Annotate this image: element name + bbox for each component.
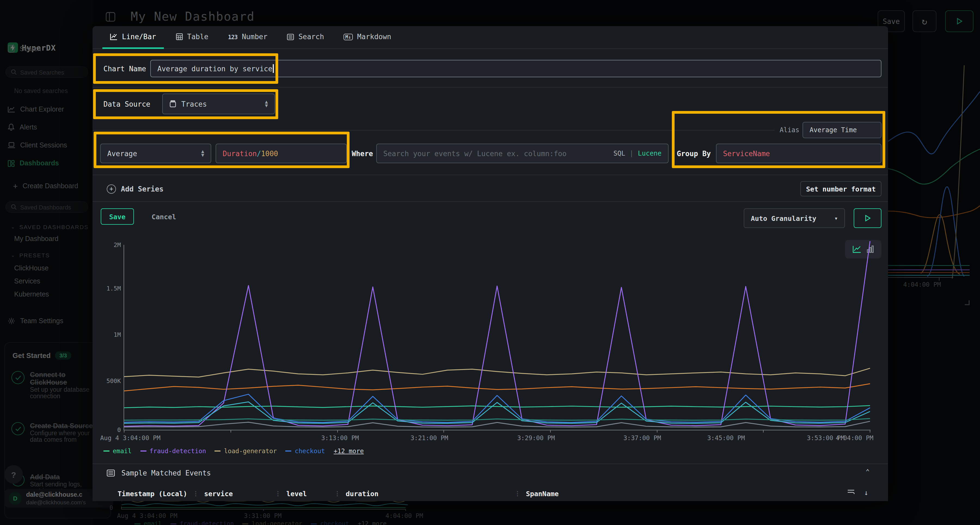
set-number-format-button[interactable]: Set number format	[800, 181, 881, 197]
aggregation-select[interactable]: Average ▲▼	[100, 144, 211, 163]
edit-chart-modal: Line/Bar Table 123 Number Search M↓ Mark…	[92, 26, 888, 501]
series-load-generator	[124, 368, 870, 377]
column-header-timestamp[interactable]: Timestamp (Local)	[118, 490, 187, 498]
data-source-select[interactable]: Traces ▲▼	[162, 94, 275, 114]
tab-number[interactable]: 123 Number	[221, 26, 275, 49]
x-tick-label: 3:45:00 PM	[707, 434, 745, 442]
sql-toggle[interactable]: SQL	[613, 150, 625, 157]
series-shipping	[124, 421, 870, 427]
column-separator[interactable]: ⋮	[334, 490, 340, 497]
plus-circle-icon: +	[107, 184, 116, 194]
lucene-toggle[interactable]: Lucene	[638, 150, 662, 157]
group-by-label: Group By	[677, 150, 711, 158]
main-chart-svg	[124, 241, 870, 433]
group-by-input[interactable]: ServiceName	[716, 144, 881, 163]
select-arrows-icon: ▲▼	[265, 100, 268, 108]
chart-name-input[interactable]: Average duration by service	[150, 60, 881, 77]
granularity-select[interactable]: Auto Granularity▾	[744, 208, 845, 228]
x-tick-label: 4:04:00 PM	[836, 434, 873, 442]
data-source-label: Data Source	[103, 100, 150, 108]
chart-legend: email fraud-detection load-generator che…	[103, 447, 364, 455]
x-tick-label: 3:29:00 PM	[517, 434, 555, 442]
database-icon	[169, 100, 177, 108]
column-separator[interactable]: ⋮	[193, 490, 199, 497]
series-checkout	[124, 394, 870, 422]
column-header-spanname[interactable]: SpanName	[526, 490, 558, 498]
y-tick-label: 2M	[97, 241, 121, 249]
run-chart-button[interactable]	[854, 208, 881, 228]
play-icon	[865, 215, 870, 221]
chart-type-tabs: Line/Bar Table 123 Number Search M↓ Mark…	[92, 26, 888, 49]
alias-label: Alias	[780, 126, 799, 134]
tab-markdown[interactable]: M↓ Markdown	[336, 26, 399, 49]
tab-line-bar[interactable]: Line/Bar	[102, 26, 164, 49]
save-button[interactable]: Save	[101, 208, 134, 225]
y-tick-label: 1M	[97, 331, 121, 338]
expression-input[interactable]: Duration/1000	[216, 144, 347, 163]
legend-item[interactable]: checkout	[286, 447, 325, 455]
table-header-actions: ↓	[847, 489, 869, 497]
download-icon[interactable]: ↓	[864, 489, 869, 497]
main-chart: 2M 1.5M 1M 500K 0 Aug 4 3:04:00 PM 3:13:…	[92, 241, 888, 459]
x-tick-label: 3:13:00 PM	[321, 434, 359, 442]
column-separator[interactable]: ⋮	[275, 490, 281, 497]
table-icon	[176, 33, 183, 40]
series-frontend	[124, 384, 870, 391]
series-fraud-detection	[124, 241, 870, 426]
column-header-duration[interactable]: duration	[346, 490, 509, 498]
tab-table[interactable]: Table	[168, 26, 216, 49]
legend-item[interactable]: email	[103, 447, 132, 455]
number-123-icon: 123	[228, 33, 238, 40]
x-tick-label: 3:37:00 PM	[624, 434, 661, 442]
events-table-header: Timestamp (Local) ⋮ service ⋮ level ⋮ du…	[118, 490, 558, 498]
y-tick-label: 1.5M	[97, 285, 121, 292]
cancel-button[interactable]: Cancel	[145, 208, 183, 225]
series-currency	[124, 419, 870, 420]
chevron-down-icon: ▾	[834, 215, 838, 222]
column-header-level[interactable]: level	[286, 490, 329, 498]
alias-input[interactable]: Average Time	[802, 122, 881, 138]
where-search-input[interactable]: Search your events w/ Lucene ex. column:…	[376, 144, 668, 163]
x-tick-label: 3:21:00 PM	[410, 434, 449, 442]
column-separator[interactable]: ⋮	[514, 490, 520, 497]
text-caret	[273, 64, 274, 73]
select-arrows-icon: ▲▼	[201, 150, 204, 157]
list-icon	[107, 469, 115, 477]
column-header-service[interactable]: service	[204, 490, 269, 498]
legend-item[interactable]: fraud-detection	[140, 447, 206, 455]
y-tick-label: 500K	[97, 377, 121, 385]
y-tick-label: 0	[97, 427, 121, 434]
legend-item[interactable]: load-generator	[215, 447, 277, 455]
line-chart-icon	[110, 33, 118, 40]
list-icon	[287, 33, 294, 40]
app-root: HyperDX Search Saved Searches No saved s…	[0, 0, 980, 525]
add-series-button[interactable]: + Add Series	[107, 184, 164, 194]
filter-icon[interactable]	[847, 489, 855, 496]
x-tick-label: Aug 4 3:04:00 PM	[100, 434, 161, 442]
series-cart	[124, 402, 870, 423]
chart-name-label: Chart Name	[103, 65, 146, 73]
tab-search[interactable]: Search	[279, 26, 332, 49]
collapse-section-icon[interactable]: ⌃	[865, 468, 869, 476]
legend-more-link[interactable]: +12 more	[334, 447, 364, 455]
markdown-icon: M↓	[344, 33, 353, 40]
where-label: Where	[352, 150, 373, 158]
sample-events-header[interactable]: Sample Matched Events	[107, 469, 211, 477]
